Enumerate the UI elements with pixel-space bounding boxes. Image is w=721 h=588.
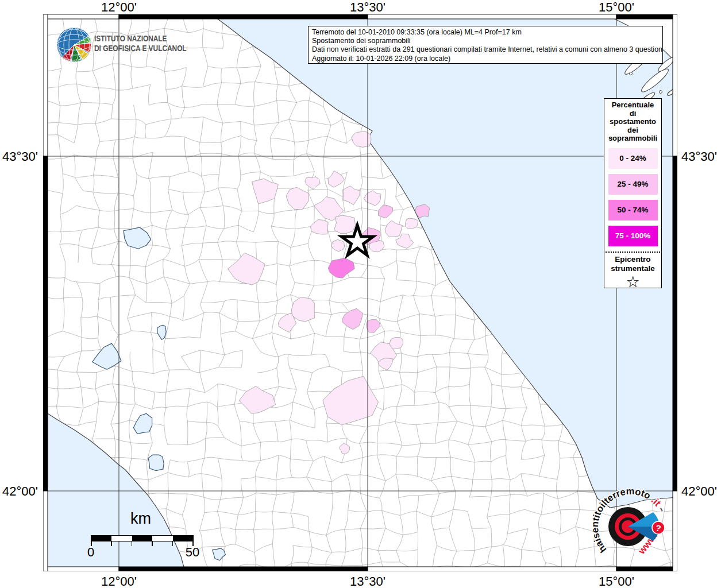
axis-label-top: 13°30'	[350, 0, 385, 15]
municipality-class-0	[390, 337, 403, 349]
legend-box: Percentuale di spostamento dei soprammob…	[604, 98, 662, 288]
legend-class-0: 0 - 24%	[608, 148, 658, 169]
axis-label-top: 15°00'	[599, 0, 634, 15]
macroseismic-map-page: { "title_box": { "lines": [ "Terremoto d…	[0, 0, 721, 588]
scale-tick	[132, 541, 133, 546]
ingv-name-line2: DI GEOFISICA E VULCANOLOGIA	[94, 44, 187, 53]
axis-label-top: 12°00'	[101, 0, 137, 15]
axis-label-left: 43°30'	[0, 149, 38, 164]
axis-label-left: 42°00'	[0, 484, 38, 499]
scale-start-label: 0	[87, 545, 94, 560]
epicenter-star-icon: ☆	[604, 273, 661, 291]
lake	[148, 455, 164, 471]
event-title-line: Terremoto del 10-01-2010 09:33:35 (ora l…	[312, 28, 659, 37]
logo-question-icon: ?	[652, 521, 665, 534]
legend-epicenter-label: Epicentro strumentale	[604, 255, 661, 273]
municipality-class-0	[405, 218, 418, 229]
legend-class-3: 75 - 100%	[608, 226, 658, 246]
axis-label-bottom: 15°00'	[599, 574, 634, 588]
ingv-logo: ISTITUTO NAZIONALE DI GEOFISICA E VULCAN…	[55, 25, 187, 64]
scale-bar: km 0 50	[80, 510, 201, 563]
scale-bar-segments	[91, 535, 194, 541]
event-data-source-line: Dati non verificati estratti da 291 ques…	[312, 45, 659, 54]
event-effect-line: Spostamento dei soprammobili	[312, 37, 659, 45]
event-title-box: Terremoto del 10-01-2010 09:33:35 (ora l…	[308, 26, 663, 64]
legend-title: Percentuale di spostamento dei soprammob…	[604, 101, 661, 143]
municipality-class-0	[334, 215, 356, 233]
legend-classes: 0 - 24%25 - 49%50 - 74%75 - 100%	[604, 148, 661, 246]
scale-tick	[111, 541, 112, 546]
axis-label-right: 43°30'	[681, 149, 717, 164]
scale-tick	[172, 541, 173, 546]
ingv-name-line1: ISTITUTO NAZIONALE	[94, 34, 167, 43]
scale-tick	[152, 541, 153, 546]
event-updated-line: Aggiornato il: 10-01-2026 22:09 (ora loc…	[312, 55, 659, 63]
axis-label-bottom: 13°30'	[350, 574, 385, 588]
axis-label-bottom: 12°00'	[101, 574, 137, 588]
ingv-globe-icon	[57, 28, 91, 63]
axis-label-right: 42°00'	[681, 484, 717, 499]
haisentitoilterremoto-logo[interactable]: haisentitoilterremoto .it ™ www. ?	[582, 478, 680, 576]
scale-end-label: 50	[186, 545, 199, 560]
legend-class-2: 50 - 74%	[608, 200, 658, 220]
legend-divider	[606, 252, 660, 253]
legend-class-1: 25 - 49%	[608, 174, 658, 195]
scale-unit-label: km	[80, 510, 201, 528]
